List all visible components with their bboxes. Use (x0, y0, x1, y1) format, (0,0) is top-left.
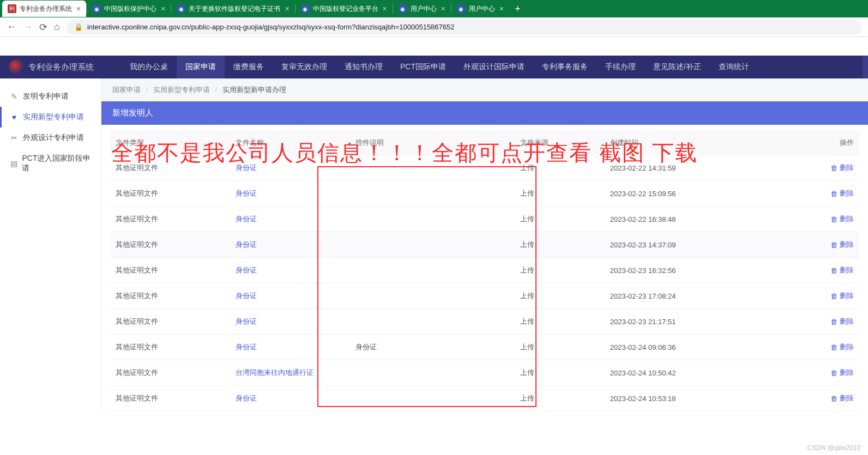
cell-filename[interactable]: 身份证 (230, 155, 350, 181)
tab-title: 用户中心 (411, 4, 437, 14)
cell-type: 其他证明文件 (110, 360, 230, 386)
sidebar-item-3[interactable]: ▤PCT进入国家阶段申请 (0, 148, 101, 179)
trash-icon: 🗑 (830, 395, 837, 403)
tab-close-icon[interactable]: × (441, 4, 445, 13)
sidebar-item-2[interactable]: ✂外观设计专利申请 (0, 128, 101, 148)
delete-button[interactable]: 🗑 删除 (775, 163, 854, 173)
browser-tab-1[interactable]: ◉中国版权保护中心× (87, 1, 171, 17)
cell-filename[interactable]: 身份证 (230, 335, 350, 360)
delete-button[interactable]: 🗑 删除 (775, 317, 854, 326)
tab-title: 中国版权保护中心 (104, 4, 156, 14)
forward-button[interactable]: → (23, 21, 33, 33)
delete-button[interactable]: 🗑 删除 (775, 393, 854, 403)
cell-time: 2023-02-23 14:37:09 (605, 232, 769, 258)
nav-item-9[interactable]: 意见陈述/补正 (644, 56, 710, 78)
sidebar: ✎发明专利申请♥实用新型专利申请✂外观设计专利申请▤PCT进入国家阶段申请 (0, 78, 101, 411)
tab-favicon: ◉ (177, 4, 185, 13)
sidebar-item-0[interactable]: ✎发明专利申请 (0, 86, 101, 107)
table-row: 其他证明文件身份证上传2023-02-24 10:53:18🗑 删除 (110, 386, 859, 411)
new-tab-button[interactable]: + (509, 3, 526, 15)
tab-favicon: 利 (8, 4, 16, 13)
nav-item-4[interactable]: 通知书办理 (336, 56, 391, 78)
tab-favicon: ◉ (457, 4, 466, 13)
nav-item-1[interactable]: 国家申请 (177, 56, 225, 78)
delete-button[interactable]: 🗑 删除 (775, 240, 854, 250)
browser-tab-5[interactable]: ◉用户中心× (451, 1, 509, 17)
cell-note (350, 309, 515, 335)
trash-icon: 🗑 (830, 343, 837, 351)
table-row: 其他证明文件身份证上传2023-02-22 15:09:56🗑 删除 (110, 181, 859, 207)
cell-time: 2023-02-23 21:17:51 (605, 309, 769, 335)
cell-filename[interactable]: 身份证 (230, 181, 350, 207)
tab-close-icon[interactable]: × (76, 4, 81, 13)
browser-tab-2[interactable]: ◉关于更换软件版权登记电子证书× (171, 1, 294, 17)
tab-close-icon[interactable]: × (383, 4, 387, 13)
delete-button[interactable]: 🗑 删除 (775, 342, 854, 352)
cell-filename[interactable]: 身份证 (230, 386, 350, 411)
nav-item-2[interactable]: 缴费服务 (225, 56, 273, 78)
delete-button[interactable]: 🗑 删除 (775, 265, 854, 275)
tab-favicon: ◉ (92, 4, 101, 13)
breadcrumb-root[interactable]: 国家申请 (112, 86, 141, 94)
browser-tab-0[interactable]: 利专利业务办理系统× (2, 1, 86, 17)
delete-button[interactable]: 🗑 删除 (775, 189, 854, 198)
delete-button[interactable]: 🗑 删除 (775, 214, 854, 224)
cell-type: 其他证明文件 (110, 283, 230, 309)
cell-source: 上传 (515, 258, 605, 283)
tab-close-icon[interactable]: × (161, 4, 165, 13)
url-text: interactive.cponline.cnipa.gov.cn/public… (87, 23, 455, 31)
cell-type: 其他证明文件 (110, 335, 230, 360)
nav-item-3[interactable]: 复审无效办理 (273, 56, 336, 78)
delete-button[interactable]: 🗑 删除 (775, 368, 854, 378)
trash-icon: 🗑 (830, 318, 837, 326)
cell-type: 其他证明文件 (110, 309, 230, 335)
dialog: 新增发明人 全都不是我公司人员信息！！！全都可点开查看 截图 下载 文件类型文件… (101, 101, 868, 411)
cell-source: 上传 (515, 309, 605, 335)
cell-source: 上传 (515, 360, 605, 386)
nav-item-0[interactable]: 我的办公桌 (121, 56, 177, 78)
home-button[interactable]: ⌂ (54, 21, 60, 33)
cell-filename[interactable]: 台湾同胞来往内地通行证 (230, 360, 350, 386)
cell-filename[interactable]: 身份证 (230, 258, 350, 283)
cell-time: 2023-02-24 09:06:36 (605, 335, 769, 360)
breadcrumb-mid[interactable]: 实用新型专利申请 (153, 86, 210, 94)
cell-filename[interactable]: 身份证 (230, 283, 350, 309)
col-header-2: 控件说明 (350, 130, 515, 155)
cell-filename[interactable]: 身份证 (230, 232, 350, 258)
nav-item-10[interactable]: 查询统计 (710, 56, 758, 78)
trash-icon: 🗑 (830, 164, 837, 172)
nav-item-6[interactable]: 外观设计国际申请 (455, 56, 533, 78)
browser-tab-4[interactable]: ◉用户中心× (393, 1, 451, 17)
cell-time: 2023-02-24 10:50:42 (605, 360, 769, 386)
col-header-0: 文件类型 (110, 130, 230, 155)
nav-item-5[interactable]: PCT国际申请 (391, 56, 455, 78)
tab-close-icon[interactable]: × (499, 4, 504, 13)
table-row: 其他证明文件身份证上传2023-02-23 14:37:09🗑 删除 (110, 232, 859, 258)
cell-note (350, 207, 515, 232)
sidebar-item-1[interactable]: ♥实用新型专利申请 (0, 107, 101, 128)
table-row: 其他证明文件台湾同胞来往内地通行证上传2023-02-24 10:50:42🗑 … (110, 360, 859, 386)
sidebar-item-label: 外观设计专利申请 (23, 133, 84, 143)
nav-item-8[interactable]: 手续办理 (596, 56, 644, 78)
table-row: 其他证明文件身份证上传2023-02-23 16:32:56🗑 删除 (110, 258, 859, 283)
sidebar-item-label: 实用新型专利申请 (23, 112, 84, 122)
nav-overflow-indicator (863, 56, 868, 78)
sidebar-icon: ✎ (10, 92, 19, 101)
url-box[interactable]: 🔒 interactive.cponline.cnipa.gov.cn/publ… (67, 20, 861, 35)
trash-icon: 🗑 (830, 369, 837, 377)
cell-source: 上传 (515, 155, 605, 181)
cell-type: 其他证明文件 (110, 181, 230, 207)
cell-filename[interactable]: 身份证 (230, 309, 350, 335)
col-header-5: 操作 (769, 130, 859, 155)
browser-tab-3[interactable]: ◉中国版权登记业务平台× (296, 1, 393, 17)
nav-item-7[interactable]: 专利事务服务 (533, 56, 596, 78)
reload-button[interactable]: ⟳ (39, 21, 47, 33)
cell-time: 2023-02-22 15:09:56 (605, 181, 769, 207)
cell-source: 上传 (515, 207, 605, 232)
delete-button[interactable]: 🗑 删除 (775, 291, 854, 301)
back-button[interactable]: ← (7, 21, 16, 33)
breadcrumb-current: 实用新型新申请办理 (222, 86, 286, 94)
cell-filename[interactable]: 身份证 (230, 207, 350, 232)
tab-close-icon[interactable]: × (285, 4, 289, 13)
logo[interactable]: 专利业务办理系统 (9, 59, 94, 75)
